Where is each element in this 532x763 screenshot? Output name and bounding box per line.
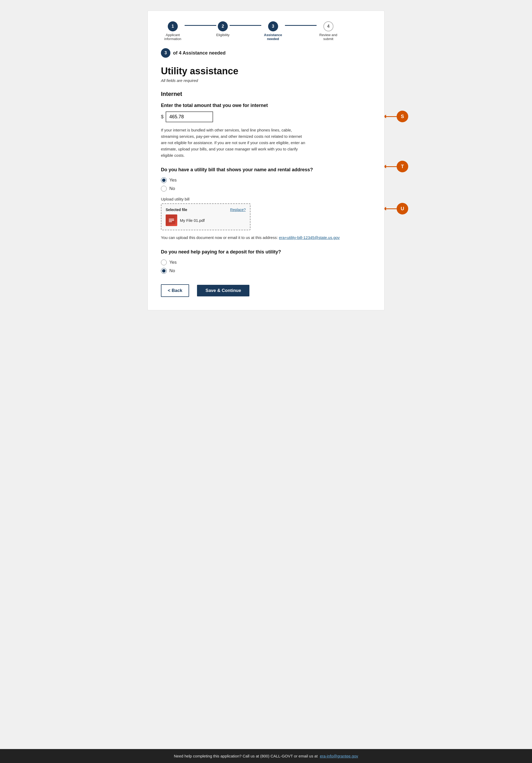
upload-note: You can upload this document now or emai… xyxy=(161,235,371,241)
deposit-no-option[interactable]: No xyxy=(161,268,371,274)
step-of: of 4 xyxy=(173,50,181,55)
connector-2-3 xyxy=(230,21,261,26)
file-thumbnail xyxy=(166,214,177,226)
step-2: 2 Eligibility xyxy=(216,21,230,37)
upload-email-link[interactable]: era+utility-bill-12345@state.us.gov xyxy=(279,235,340,240)
annotation-t-label: T xyxy=(401,164,404,169)
annotation-u-label: U xyxy=(401,206,404,212)
step-1: 1 Applicant information xyxy=(161,21,185,41)
step-2-circle: 2 xyxy=(218,21,228,31)
file-box-header: Selected file Replace? xyxy=(166,208,246,212)
utility-bill-radio-group: Yes No xyxy=(161,177,371,191)
step-badge-text: of 4 Assistance needed xyxy=(173,50,225,56)
deposit-no-label: No xyxy=(169,268,175,273)
svg-rect-2 xyxy=(169,220,174,221)
required-note: All fields are required xyxy=(161,78,371,83)
utility-bill-no-label: No xyxy=(169,186,175,191)
footer-email-link[interactable]: era-info@grantee.gov xyxy=(320,754,358,758)
dollar-sign: $ xyxy=(161,114,163,120)
step-badge: 3 xyxy=(161,48,170,58)
internet-amount-row: $ xyxy=(161,111,371,122)
step-1-circle: 1 xyxy=(168,21,178,31)
annotation-s-label: S xyxy=(401,114,404,119)
annotation-t: T xyxy=(383,161,408,172)
step-4-circle: 4 xyxy=(323,21,333,31)
annotation-u: U xyxy=(383,203,408,214)
deposit-yes-radio[interactable] xyxy=(161,260,167,265)
utility-bill-no-radio[interactable] xyxy=(161,186,167,191)
step-3-label: Assistance needed xyxy=(261,33,285,41)
svg-rect-3 xyxy=(169,221,172,222)
file-upload-box: Selected file Replace? My File 01.pdf xyxy=(161,203,251,230)
internet-amount-input[interactable] xyxy=(166,111,213,122)
step-4-label: Review and submit xyxy=(317,33,340,41)
button-row: < Back Save & Continue xyxy=(161,284,371,297)
deposit-yes-label: Yes xyxy=(169,260,177,265)
footer-text: Need help completing this application? C… xyxy=(174,754,318,758)
step-badge-row: 3 of 4 Assistance needed xyxy=(161,48,371,58)
step-2-label: Eligibility xyxy=(216,33,230,37)
connector-3-4 xyxy=(285,21,317,26)
deposit-radio-group: Yes No xyxy=(161,260,371,274)
file-item: My File 01.pdf xyxy=(166,214,246,226)
internet-helper-text: If your internet is bundled with other s… xyxy=(161,127,308,159)
utility-bill-yes-option[interactable]: Yes xyxy=(161,177,371,183)
step-name-label: Assistance needed xyxy=(182,50,225,55)
internet-amount-label: Enter the total amount that you owe for … xyxy=(161,103,371,108)
step-3-circle: 3 xyxy=(268,21,278,31)
svg-rect-1 xyxy=(169,219,174,219)
connector-1-2 xyxy=(185,21,216,26)
step-3: 3 Assistance needed xyxy=(261,21,285,41)
deposit-yes-option[interactable]: Yes xyxy=(161,260,371,265)
save-continue-button[interactable]: Save & Continue xyxy=(197,285,250,296)
utility-bill-yes-label: Yes xyxy=(169,177,177,183)
file-name: My File 01.pdf xyxy=(180,218,205,223)
step-1-label: Applicant information xyxy=(161,33,185,41)
progress-steps: 1 Applicant information 2 Eligibility xyxy=(161,21,371,41)
annotation-s: S xyxy=(383,111,408,122)
step-4: 4 Review and submit xyxy=(317,21,340,41)
back-button[interactable]: < Back xyxy=(161,284,189,297)
main-card: 1 Applicant information 2 Eligibility xyxy=(148,11,384,310)
utility-bill-question-label: Do you have a utility bill that shows yo… xyxy=(161,166,371,173)
deposit-no-radio[interactable] xyxy=(161,268,167,274)
upload-label: Upload utility bill xyxy=(161,197,371,201)
replace-link[interactable]: Replace? xyxy=(230,208,246,212)
section-heading: Internet xyxy=(161,91,371,97)
deposit-question-label: Do you need help paying for a deposit fo… xyxy=(161,249,371,255)
utility-bill-no-option[interactable]: No xyxy=(161,186,371,191)
utility-bill-yes-radio[interactable] xyxy=(161,177,167,183)
page-title: Utility assistance xyxy=(161,65,371,77)
footer-bar: Need help completing this application? C… xyxy=(0,749,532,763)
selected-file-label: Selected file xyxy=(166,208,187,212)
